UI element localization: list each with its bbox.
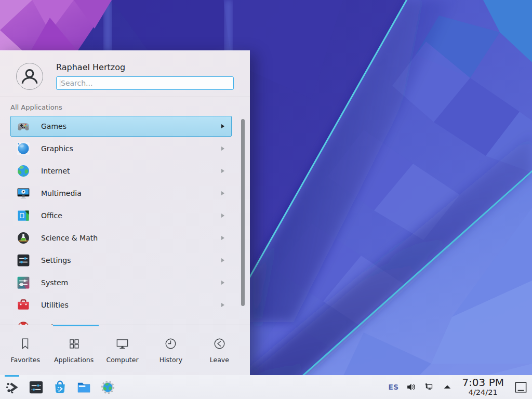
submenu-arrow-icon bbox=[221, 147, 224, 151]
volume-button[interactable] bbox=[405, 381, 417, 393]
category-label: Science & Math bbox=[41, 234, 98, 242]
file-manager-button[interactable] bbox=[72, 375, 96, 399]
submenu-arrow-icon bbox=[221, 303, 224, 307]
tab-favorites[interactable]: Favorites bbox=[1, 327, 49, 376]
computer-icon bbox=[115, 337, 129, 351]
category-label: Office bbox=[41, 211, 62, 220]
internet-icon bbox=[16, 164, 31, 178]
tab-applications[interactable]: Applications bbox=[49, 327, 98, 376]
history-icon bbox=[164, 337, 178, 351]
category-row-system[interactable]: System bbox=[10, 272, 232, 293]
search-input[interactable]: Search... bbox=[56, 76, 234, 90]
network-button[interactable] bbox=[423, 381, 435, 393]
submenu-arrow-icon bbox=[221, 124, 224, 128]
category-row-multimedia[interactable]: Multimedia bbox=[10, 183, 232, 204]
search-placeholder: Search... bbox=[61, 79, 92, 87]
desktop: Raphael Hertzog Search... All Applicatio… bbox=[0, 0, 532, 399]
tab-label: Computer bbox=[106, 356, 138, 364]
submenu-arrow-icon bbox=[221, 191, 224, 195]
category-row-games[interactable]: Games bbox=[10, 116, 232, 137]
application-launcher-popup: Raphael Hertzog Search... All Applicatio… bbox=[0, 50, 250, 376]
category-label: Utilities bbox=[41, 301, 69, 309]
office-icon bbox=[16, 208, 31, 223]
network-icon bbox=[423, 381, 435, 393]
system-settings-icon bbox=[28, 379, 44, 395]
category-row-help[interactable]: Help bbox=[10, 317, 232, 325]
tab-history[interactable]: History bbox=[147, 327, 195, 376]
section-label: All Applications bbox=[10, 103, 62, 111]
user-name: Raphael Hertzog bbox=[56, 62, 125, 72]
expand-tray-button[interactable] bbox=[442, 381, 453, 393]
favorites-icon bbox=[18, 337, 32, 351]
system-icon bbox=[16, 275, 31, 290]
tabbar-divider bbox=[0, 325, 250, 325]
category-label: Settings bbox=[41, 256, 71, 264]
category-list: Games Graphics bbox=[0, 116, 239, 325]
games-icon bbox=[16, 119, 31, 134]
tab-label: Favorites bbox=[10, 356, 39, 364]
category-label: System bbox=[41, 278, 68, 287]
multimedia-icon bbox=[16, 186, 31, 201]
system-settings-button[interactable] bbox=[24, 375, 48, 399]
digital-clock[interactable]: 7:03 PM 4/24/21 bbox=[462, 377, 504, 396]
discover-button[interactable] bbox=[48, 375, 72, 399]
taskbar-pinned-apps bbox=[0, 375, 119, 399]
category-row-settings[interactable]: Settings bbox=[10, 250, 232, 271]
keyboard-layout-indicator[interactable]: ES bbox=[388, 383, 398, 391]
tab-label: Applications bbox=[54, 356, 94, 364]
tab-computer[interactable]: Computer bbox=[98, 327, 147, 376]
category-row-internet[interactable]: Internet bbox=[10, 161, 232, 181]
clock-time: 7:03 PM bbox=[462, 377, 504, 389]
active-task-indicator bbox=[5, 375, 19, 377]
web-browser-icon bbox=[100, 379, 116, 395]
graphics-icon bbox=[16, 141, 31, 156]
text-caret bbox=[60, 79, 60, 87]
taskbar: ES bbox=[0, 375, 532, 399]
tab-bar: Favorites Applications Computer bbox=[1, 327, 244, 376]
system-tray: ES bbox=[388, 375, 532, 399]
app-launcher-icon bbox=[4, 379, 20, 395]
show-desktop-icon bbox=[514, 380, 528, 394]
active-tab-indicator bbox=[53, 325, 99, 326]
web-browser-button[interactable] bbox=[96, 375, 119, 399]
expand-tray-icon bbox=[442, 381, 453, 393]
settings-icon bbox=[16, 253, 31, 268]
category-label: Internet bbox=[41, 167, 70, 175]
category-row-utilities[interactable]: Utilities bbox=[10, 295, 232, 315]
category-row-office[interactable]: Office bbox=[10, 205, 232, 226]
category-label: Multimedia bbox=[41, 189, 82, 197]
volume-icon bbox=[405, 381, 417, 393]
clock-date: 4/24/21 bbox=[462, 389, 504, 397]
category-label: Graphics bbox=[41, 144, 73, 153]
user-avatar[interactable] bbox=[16, 63, 43, 90]
category-label: Games bbox=[41, 122, 66, 130]
utilities-icon bbox=[16, 298, 31, 312]
show-desktop-button[interactable] bbox=[514, 380, 528, 394]
science-icon bbox=[16, 231, 31, 245]
tab-leave[interactable]: Leave bbox=[195, 327, 244, 376]
file-manager-icon bbox=[76, 379, 92, 395]
help-icon bbox=[16, 320, 31, 325]
tab-label: Leave bbox=[210, 356, 229, 364]
category-row-science[interactable]: Science & Math bbox=[10, 228, 232, 248]
tab-label: History bbox=[159, 356, 182, 364]
submenu-arrow-icon bbox=[221, 258, 224, 262]
app-launcher-button[interactable] bbox=[0, 375, 24, 399]
submenu-arrow-icon bbox=[221, 169, 224, 173]
applications-icon bbox=[67, 337, 81, 351]
submenu-arrow-icon bbox=[221, 236, 224, 240]
category-row-graphics[interactable]: Graphics bbox=[10, 138, 232, 159]
submenu-arrow-icon bbox=[221, 281, 224, 285]
submenu-arrow-icon bbox=[221, 214, 224, 218]
leave-icon bbox=[212, 337, 227, 351]
scrollbar-thumb[interactable] bbox=[241, 119, 245, 306]
launcher-header: Raphael Hertzog Search... bbox=[0, 51, 250, 97]
discover-icon bbox=[52, 379, 68, 395]
